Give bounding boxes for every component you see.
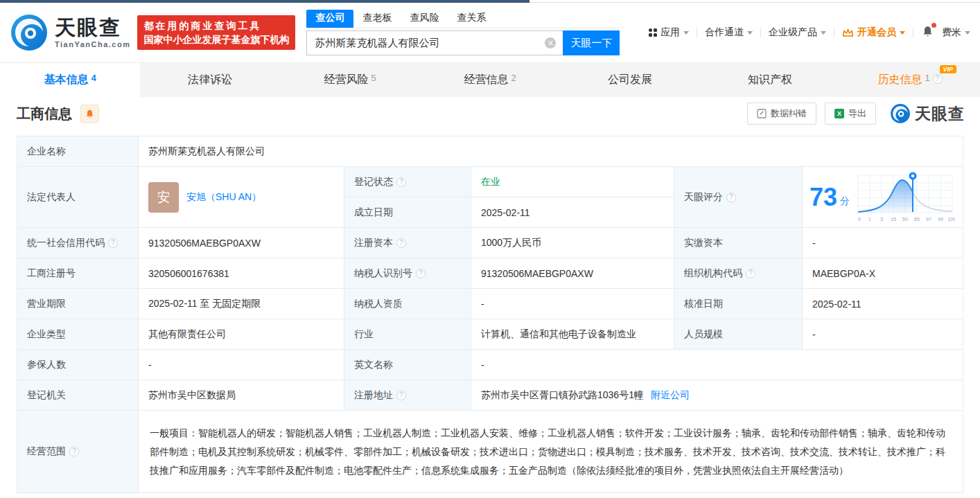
nearby-companies-link[interactable]: 附近公司 [651, 389, 690, 402]
avatar[interactable]: 安 [148, 182, 179, 213]
search-tabs: 查公司 查老板 查风险 查关系 [306, 10, 620, 28]
field-label: 天眼评分? [674, 167, 803, 227]
nav-cooperation-channel[interactable]: 合作通道 [705, 26, 753, 39]
help-icon[interactable]: ? [108, 238, 118, 248]
tab-company-development[interactable]: 公司发展 [560, 63, 700, 97]
field-label: 登记状态? [344, 167, 471, 197]
search-tab-company[interactable]: 查公司 [306, 10, 353, 28]
help-icon[interactable]: ? [396, 177, 406, 187]
field-label: 统一社会信用代码? [17, 228, 139, 258]
bell-icon [85, 109, 95, 119]
nav-user[interactable]: 费米 [942, 26, 970, 39]
svg-text:15: 15 [891, 217, 896, 222]
reg-address-value: 苏州市吴中区胥口镇孙武路1036号1幢 附近公司 [471, 380, 963, 410]
score-area-fill [858, 180, 952, 213]
slogan-line2: 国家中小企业发展子基金旗下机构 [143, 33, 289, 46]
data-correction-icon [757, 109, 767, 118]
tab-intellectual-property[interactable]: 知识产权 [700, 63, 840, 97]
table-row: 统一社会信用代码? 91320506MAEBGP0AXW 注册资本? 1000万… [17, 228, 963, 258]
table-row: 企业类型 其他有限责任公司 行业 计算机、通信和其他电子设备制造业 人员规模 - [17, 319, 963, 350]
score-value: 73 [810, 185, 837, 210]
nav-apps[interactable]: 应用 [649, 26, 689, 39]
help-icon[interactable]: ? [396, 238, 406, 248]
tianyancha-logo[interactable]: 天眼查 TianYanCha.com [10, 13, 130, 52]
tab-label: 知识产权 [748, 73, 792, 87]
search-button[interactable]: 天眼一下 [563, 30, 620, 55]
site-header: 天眼查 TianYanCha.com 都在用的商业查询工具 国家中小企业发展子基… [0, 3, 980, 62]
export-button[interactable]: X 导出 [825, 103, 876, 125]
data-correction-button[interactable]: 数据纠错 [747, 103, 816, 125]
help-icon[interactable]: ? [69, 447, 79, 456]
tab-label: 经营信息 [464, 73, 508, 87]
section-header: 工商信息 数据纠错 X 导出 [17, 103, 965, 125]
field-label: 登记机关 [17, 380, 139, 410]
data-correction-label: 数据纠错 [771, 107, 807, 120]
search-tab-risk[interactable]: 查风险 [401, 10, 448, 28]
apps-grid-icon [649, 28, 657, 37]
chevron-down-icon [821, 31, 826, 35]
crown-icon [842, 28, 854, 38]
nav-vip-label: 开通会员 [857, 26, 896, 39]
logo-text: 天眼查 TianYanCha.com [55, 17, 130, 48]
search-input[interactable] [306, 30, 563, 55]
legal-rep-cell: 安 安旭（SHU AN） [139, 167, 344, 227]
nav-user-label: 费米 [942, 26, 961, 39]
notification-bell[interactable] [921, 25, 934, 40]
tab-operating-info[interactable]: 经营信息 2 [420, 63, 560, 97]
excel-icon: X [834, 109, 844, 118]
taxpayer-quality-value: - [471, 289, 674, 319]
svg-text:0: 0 [858, 217, 861, 222]
nav-divider [760, 28, 761, 37]
monitor-bell-button[interactable] [80, 105, 99, 123]
approval-date-value: 2025-02-11 [803, 289, 963, 319]
section-actions: 数据纠错 X 导出 天眼查 [747, 103, 965, 125]
chevron-down-icon [683, 31, 689, 35]
field-label: 英文名称 [344, 350, 471, 380]
insured-count-value: - [139, 350, 344, 380]
help-icon[interactable]: ? [933, 74, 943, 84]
nav-enterprise-label: 企业级产品 [769, 26, 817, 39]
score-distribution-chart: 0 1 3 15 50 85 97 99 100 [857, 170, 955, 225]
slogan-banner: 都在用的商业查询工具 国家中小企业发展子基金旗下机构 [137, 15, 295, 51]
field-label: 注册资本? [344, 228, 471, 258]
table-row: 法定代表人 安 安旭（SHU AN） 登记状态? 在业 成立日期 2025-02… [17, 167, 963, 228]
search-tab-relation[interactable]: 查关系 [448, 10, 495, 28]
company-type-value: 其他有限责任公司 [139, 319, 344, 349]
staff-size-value: - [803, 319, 963, 349]
field-label: 注册地址? [344, 380, 471, 410]
search-area: 查公司 查老板 查风险 查关系 ✕ 天眼一下 [306, 10, 620, 55]
svg-text:100: 100 [947, 217, 955, 222]
business-scope-value: 一般项目：智能机器人的研发；智能机器人销售；工业机器人制造；工业机器人安装、维修… [139, 411, 963, 492]
chevron-down-icon [900, 31, 905, 35]
tab-history-info[interactable]: VIP 历史信息 1 ? [840, 63, 980, 97]
legal-rep-link[interactable]: 安旭（SHU AN） [186, 191, 261, 204]
status-date-block: 登记状态? 在业 成立日期 2025-02-11 [344, 167, 674, 227]
chart-x-ticks: 0 1 3 15 50 85 97 99 100 [858, 217, 955, 222]
score-cell[interactable]: 73 分 [803, 167, 963, 227]
tab-operating-risk[interactable]: 经营风险 5 [280, 63, 420, 97]
reg-status-link[interactable]: 在业 [481, 176, 500, 188]
nav-open-vip[interactable]: 开通会员 [842, 26, 905, 39]
taxpayer-id-value: 91320506MAEBGP0AXW [471, 258, 674, 288]
field-label: 参保人数 [17, 350, 139, 380]
tab-basic-info[interactable]: 基本信息 4 [0, 63, 140, 97]
watermark-text: 天眼查 [915, 103, 965, 125]
svg-text:50: 50 [902, 217, 908, 222]
nav-channel-label: 合作通道 [705, 26, 744, 39]
tab-count: 1 [925, 73, 929, 83]
search-tab-boss[interactable]: 查老板 [353, 10, 401, 28]
watermark-logo-icon [890, 103, 911, 124]
business-info-table: 企业名称 苏州斯莱克机器人有限公司 法定代表人 安 安旭（SHU AN） 登记状… [17, 136, 963, 493]
tab-label: 经营风险 [324, 73, 368, 87]
help-icon[interactable]: ? [396, 391, 406, 400]
reg-status-value: 在业 [471, 167, 674, 197]
score-unit: 分 [840, 195, 850, 208]
business-term-value: 2025-02-11 至 无固定期限 [139, 289, 344, 319]
industry-value: 计算机、通信和其他电子设备制造业 [471, 319, 674, 349]
field-label: 成立日期 [344, 197, 471, 227]
help-icon[interactable]: ? [416, 269, 426, 278]
tab-legal-proceedings[interactable]: 法律诉讼 [140, 63, 280, 97]
nav-enterprise-products[interactable]: 企业级产品 [769, 26, 826, 39]
help-icon[interactable]: ? [746, 269, 755, 278]
help-icon[interactable]: ? [726, 193, 736, 202]
